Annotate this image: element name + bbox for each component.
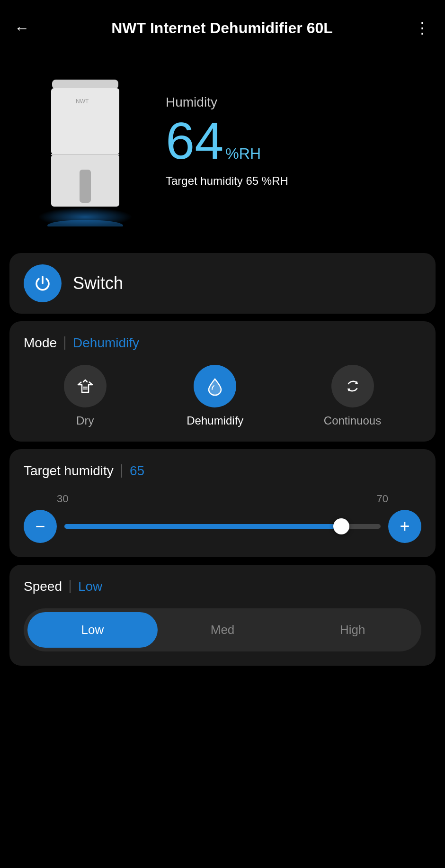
device-image-container: NWT bbox=[19, 56, 151, 226]
dry-label: Dry bbox=[76, 414, 94, 427]
dehumidify-icon-btn[interactable] bbox=[194, 365, 236, 407]
switch-card: Switch bbox=[9, 253, 436, 314]
mode-title: Mode bbox=[24, 335, 57, 351]
humidity-card: Target humidity 65 30 70 − + bbox=[9, 449, 436, 557]
dry-icon bbox=[74, 375, 96, 397]
slider-thumb[interactable] bbox=[333, 518, 349, 534]
speed-med-button[interactable]: Med bbox=[158, 612, 288, 648]
speed-title: Speed bbox=[24, 579, 62, 594]
humidity-card-title: Target humidity bbox=[24, 463, 114, 479]
mode-current-value: Dehumidify bbox=[73, 335, 139, 351]
page-title: NWT Internet Dehumidifier 60L bbox=[111, 19, 333, 37]
increase-button[interactable]: + bbox=[388, 510, 421, 543]
mode-option-dehumidify[interactable]: Dehumidify bbox=[187, 365, 243, 427]
power-icon bbox=[33, 274, 52, 293]
speed-card-header: Speed Low bbox=[24, 579, 421, 594]
continuous-icon-btn[interactable] bbox=[331, 365, 374, 407]
mode-options: Dry Dehumidify bbox=[24, 365, 421, 427]
slider-labels: 30 70 bbox=[24, 493, 421, 505]
continuous-icon bbox=[342, 375, 364, 397]
humidity-unit: %RH bbox=[225, 145, 261, 163]
continuous-label: Continuous bbox=[324, 414, 381, 427]
app-header: ← NWT Internet Dehumidifier 60L ⋮ bbox=[0, 0, 445, 46]
dehumidify-label: Dehumidify bbox=[187, 414, 243, 427]
mode-option-dry[interactable]: Dry bbox=[64, 365, 107, 427]
device-glow bbox=[38, 208, 133, 226]
hero-section: NWT Humidity 64 %RH Target humidity 65 %… bbox=[0, 46, 445, 245]
slider-track[interactable] bbox=[64, 524, 381, 529]
humidity-number: 64 bbox=[166, 115, 223, 167]
target-humidity-text: Target humidity 65 %RH bbox=[166, 174, 426, 188]
svg-rect-0 bbox=[52, 80, 118, 89]
svg-rect-3 bbox=[80, 170, 91, 203]
slider-max-label: 70 bbox=[377, 493, 388, 505]
speed-low-button[interactable]: Low bbox=[27, 612, 158, 648]
humidity-value-row: 64 %RH bbox=[166, 115, 426, 167]
mode-card-header: Mode Dehumidify bbox=[24, 335, 421, 351]
slider-min-label: 30 bbox=[57, 493, 68, 505]
back-button[interactable]: ← bbox=[14, 19, 29, 37]
dehumidify-icon bbox=[204, 375, 226, 397]
humidity-label: Humidity bbox=[166, 95, 426, 110]
speed-high-button[interactable]: High bbox=[287, 612, 418, 648]
dry-icon-btn[interactable] bbox=[64, 365, 107, 407]
slider-row: − + bbox=[24, 510, 421, 543]
speed-card: Speed Low Low Med High bbox=[9, 565, 436, 666]
mode-divider bbox=[64, 336, 65, 350]
svg-text:NWT: NWT bbox=[76, 98, 89, 105]
device-illustration: NWT bbox=[38, 75, 133, 226]
mode-option-continuous[interactable]: Continuous bbox=[324, 365, 381, 427]
speed-current-value: Low bbox=[78, 579, 102, 594]
slider-fill bbox=[64, 524, 341, 529]
power-button[interactable] bbox=[24, 264, 62, 302]
speed-divider bbox=[70, 580, 71, 593]
humidity-card-value: 65 bbox=[130, 463, 144, 479]
humidity-card-header: Target humidity 65 bbox=[24, 463, 421, 479]
more-options-button[interactable]: ⋮ bbox=[415, 19, 431, 37]
mode-card: Mode Dehumidify Dry bbox=[9, 321, 436, 442]
humidity-divider bbox=[121, 464, 122, 478]
speed-options: Low Med High bbox=[24, 608, 421, 651]
humidity-info: Humidity 64 %RH Target humidity 65 %RH bbox=[151, 95, 426, 188]
decrease-button[interactable]: − bbox=[24, 510, 57, 543]
switch-label: Switch bbox=[73, 273, 123, 293]
